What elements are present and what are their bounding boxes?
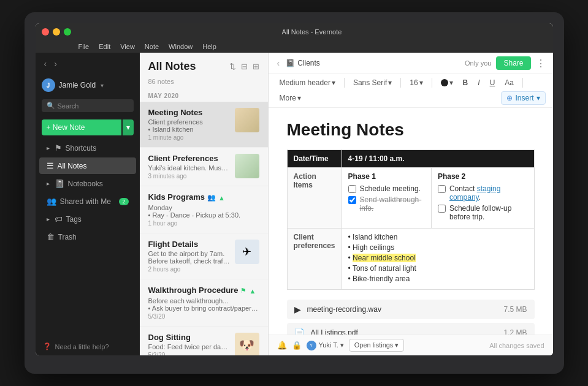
notes-count: 86 notes — [140, 77, 268, 89]
search-box[interactable]: 🔍 — [42, 99, 134, 112]
avatar: J — [42, 78, 55, 92]
laptop-frame: All Notes - Evernote File Edit View Note… — [25, 12, 564, 374]
footer-user-name: Yuki T. ▾ — [319, 341, 344, 349]
sidebar-item-all-notes[interactable]: ☰ All Notes — [39, 157, 136, 174]
lock-icon[interactable]: 🔒 — [292, 341, 302, 350]
client-prefs-list: Island kitchen High ceilings Near middle… — [348, 233, 528, 283]
close-button[interactable] — [42, 28, 49, 36]
window-title: All Notes - Evernote — [77, 28, 547, 36]
maximize-button[interactable] — [64, 28, 71, 36]
editor-area: ‹ 📓 Clients Only you Share ⋮ Medium head… — [269, 53, 553, 355]
user-row[interactable]: J Jamie Gold ▾ — [36, 75, 140, 96]
phase1-item-2: Send-walkthrough-info. — [348, 195, 425, 213]
note-content: Flight Details Get to the airport by 7am… — [148, 240, 230, 273]
shared-badge: 2 — [119, 198, 128, 205]
user-chevron: ▾ — [340, 341, 344, 349]
sidebar-item-shortcuts[interactable]: ▸ ⚑ Shortcuts — [39, 140, 136, 156]
note-preview2: Before takeoff, check traffic near OG... — [148, 257, 230, 265]
note-preview: Get to the airport by 7am. — [148, 250, 230, 257]
menu-help[interactable]: Help — [202, 43, 216, 50]
minimize-button[interactable] — [53, 28, 60, 36]
staging-company-link[interactable]: staging company — [449, 184, 500, 202]
note-item[interactable]: Walkthrough Procedure ⚑ ▲ Before each wa… — [140, 279, 268, 327]
toolbar-separator — [522, 78, 523, 88]
checkbox-contact[interactable] — [438, 185, 446, 193]
help-label: Need a little help? — [55, 343, 109, 350]
help-button[interactable]: ❓ Need a little help? — [36, 338, 140, 355]
attachment-row[interactable]: 📄 All Listings.pdf 1.2 MB — [287, 323, 535, 335]
note-item[interactable]: Meeting Notes Client preferences • Islan… — [140, 102, 268, 148]
menu-view[interactable]: View — [120, 43, 135, 50]
open-listings-button[interactable]: Open listings ▾ — [349, 339, 405, 352]
bell-icon[interactable]: 🔔 — [277, 341, 287, 350]
back-arrow[interactable]: ‹ — [42, 58, 50, 70]
tags-icon: 🏷 — [55, 214, 63, 224]
bold-label: B — [463, 78, 468, 87]
note-item[interactable]: Dog Sitting Food: Feed twice per day. Sp… — [140, 327, 268, 355]
attachment-name: All Listings.pdf — [311, 328, 498, 335]
header-style-button[interactable]: Medium header ▾ — [276, 77, 339, 89]
insert-button[interactable]: ⊕ Insert ▾ — [501, 91, 545, 105]
screen: All Notes - Evernote File Edit View Note… — [36, 23, 553, 355]
italic-button[interactable]: I — [474, 77, 483, 89]
insert-plus-icon: ⊕ — [506, 94, 513, 102]
editor-content[interactable]: Meeting Notes Date/Time 4-19 / 11:00 a.m… — [269, 108, 553, 335]
font-label: Sans Serif — [353, 78, 387, 87]
menu-window[interactable]: Window — [169, 43, 193, 50]
sort-icon[interactable]: ⇅ — [229, 62, 236, 71]
menu-note[interactable]: Note — [145, 43, 159, 50]
bold-button[interactable]: B — [459, 77, 472, 89]
filter-icon[interactable]: ⊟ — [241, 62, 248, 71]
pref-item: Island kitchen — [348, 233, 528, 241]
share-button[interactable]: Share — [496, 56, 530, 70]
checkbox-followup[interactable] — [438, 205, 446, 213]
menu-edit[interactable]: Edit — [99, 43, 110, 50]
sidebar-item-label: Trash — [58, 233, 77, 241]
note-thumbnail — [235, 108, 259, 132]
footer-user[interactable]: Y Yuki T. ▾ — [307, 341, 344, 350]
note-title: Meeting Notes — [148, 108, 230, 117]
note-content: Meeting Notes Client preferences • Islan… — [148, 108, 230, 141]
more-button[interactable]: More ▾ — [276, 92, 305, 104]
client-prefs-label: Client preferences — [287, 229, 342, 290]
notebooks-icon: 📓 — [55, 179, 64, 188]
color-chevron-icon: ▾ — [449, 78, 453, 87]
note-item[interactable]: Client Preferences Yuki's ideal kitchen.… — [140, 148, 268, 186]
all-notes-icon: ☰ — [47, 161, 54, 170]
sidebar-item-tags[interactable]: ▸ 🏷 Tags — [39, 211, 136, 227]
attachment-name: meeting-recording.wav — [307, 305, 498, 314]
new-note-button[interactable]: + New Note — [42, 119, 121, 135]
attachment-row[interactable]: ▶ meeting-recording.wav 7.5 MB — [287, 300, 535, 319]
underline-button[interactable]: U — [486, 77, 499, 89]
note-item[interactable]: Kids Programs 👥 ▲ Monday • Ray - Dance -… — [140, 186, 268, 233]
aa-button[interactable]: Aa — [501, 77, 517, 89]
menu-bar: File Edit View Note Window Help — [36, 40, 553, 53]
underline-label: U — [490, 78, 495, 87]
forward-arrow[interactable]: › — [52, 58, 59, 70]
note-item[interactable]: Flight Details Get to the airport by 7am… — [140, 233, 268, 279]
note-preview: Monday — [148, 204, 259, 211]
shortcuts-icon: ⚑ — [55, 143, 62, 153]
editor-back-button[interactable]: ‹ — [276, 57, 281, 69]
more-options-button[interactable]: ⋮ — [536, 58, 546, 69]
sidebar-item-shared[interactable]: 👥 Shared with Me 2 — [39, 193, 136, 210]
note-time: 2 hours ago — [148, 266, 230, 273]
font-button[interactable]: Sans Serif ▾ — [349, 77, 395, 89]
checkbox-schedule[interactable] — [348, 185, 356, 193]
sidebar-item-notebooks[interactable]: ▸ 📓 Notebooks — [39, 175, 136, 192]
sidebar-item-trash[interactable]: 🗑 Trash — [39, 229, 136, 245]
grid-icon[interactable]: ⊞ — [253, 62, 259, 71]
open-listings-label: Open listings — [354, 341, 394, 349]
sidebar-item-label: Shortcuts — [66, 144, 97, 153]
search-input[interactable] — [58, 102, 129, 110]
font-size-button[interactable]: 16 ▾ — [406, 77, 426, 89]
trash-icon: 🗑 — [47, 232, 55, 241]
checkbox-walkthrough[interactable] — [348, 196, 356, 204]
new-note-chevron[interactable]: ▾ — [123, 119, 134, 135]
shared-icon: 👥 — [47, 197, 56, 206]
sidebar-nav-top: ‹ › — [36, 53, 140, 75]
color-button[interactable]: ▾ — [437, 77, 457, 89]
note-preview: Client preferences — [148, 118, 230, 126]
menu-file[interactable]: File — [78, 43, 90, 50]
footer-user-avatar: Y — [307, 341, 316, 350]
